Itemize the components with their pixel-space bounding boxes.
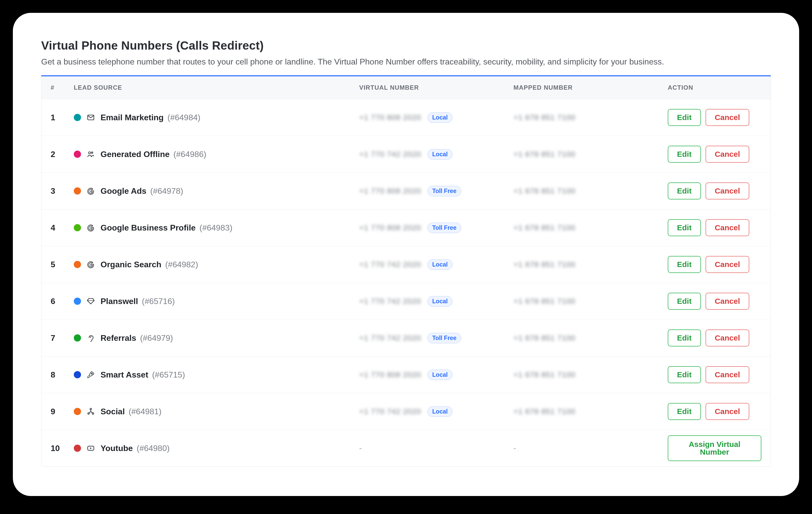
lead-source-label: Planswell (#65716) (100, 297, 175, 306)
virtual-number-value: +1 770 742 2020 (359, 334, 421, 342)
edit-button[interactable]: Edit (668, 256, 701, 273)
col-header-action: ACTION (668, 84, 761, 91)
cell-actions: EditCancel (668, 293, 761, 310)
cell-virtual-number: +1 770 808 2020Local (359, 112, 514, 123)
cell-index: 10 (51, 444, 74, 453)
number-type-pill: Local (427, 149, 453, 160)
edit-button[interactable]: Edit (668, 182, 701, 200)
share-icon (87, 407, 95, 416)
cell-lead-source: Referrals (#64979) (74, 333, 359, 343)
cancel-button[interactable]: Cancel (705, 146, 749, 163)
numbers-table: # LEAD SOURCE VIRTUAL NUMBER MAPPED NUMB… (41, 75, 771, 467)
page-title: Virtual Phone Numbers (Calls Redirect) (41, 38, 771, 53)
cell-index: 7 (51, 333, 74, 343)
cell-virtual-number: - (359, 444, 514, 453)
cell-mapped-number: +1 678 851 7100 (514, 113, 668, 122)
virtual-number-empty: - (359, 444, 362, 453)
cell-actions: EditCancel (668, 330, 761, 346)
lead-source-label: Organic Search (#64982) (100, 260, 198, 269)
lead-color-dot (74, 334, 81, 341)
cell-lead-source: Generated Offline (#64986) (74, 150, 359, 159)
cell-virtual-number: +1 770 742 2020Toll Free (359, 333, 514, 343)
mapped-number-empty: - (514, 444, 516, 453)
table-row: 10Youtube (#64980)--Assign Virtual Numbe… (41, 430, 771, 466)
cancel-button[interactable]: Cancel (705, 330, 749, 346)
cell-mapped-number: +1 678 851 7100 (514, 370, 668, 379)
edit-button[interactable]: Edit (668, 403, 701, 420)
number-type-pill: Toll Free (427, 222, 461, 233)
cell-virtual-number: +1 770 742 2020Local (359, 149, 514, 160)
google-icon (87, 187, 95, 195)
lead-source-label: Social (#64981) (100, 407, 162, 416)
cell-lead-source: Planswell (#65716) (74, 297, 359, 306)
cell-index: 1 (51, 113, 74, 122)
lead-source-label: Email Marketing (#64984) (100, 113, 200, 122)
cell-actions: EditCancel (668, 403, 761, 420)
mapped-number-value: +1 678 851 7100 (514, 260, 575, 269)
mapped-number-value: +1 678 851 7100 (514, 407, 575, 416)
cell-actions: EditCancel (668, 109, 761, 126)
cancel-button[interactable]: Cancel (705, 182, 749, 200)
lead-color-dot (74, 151, 81, 158)
cell-index: 9 (51, 407, 74, 416)
virtual-number-value: +1 770 742 2020 (359, 407, 421, 416)
cell-lead-source: Organic Search (#64982) (74, 260, 359, 269)
cancel-button[interactable]: Cancel (705, 366, 749, 383)
cell-actions: EditCancel (668, 256, 761, 273)
cell-lead-source: Youtube (#64980) (74, 444, 359, 453)
diamond-icon (87, 297, 95, 305)
number-type-pill: Local (427, 296, 453, 307)
lead-color-dot (74, 224, 81, 231)
cancel-button[interactable]: Cancel (705, 293, 749, 310)
lead-color-dot (74, 445, 81, 452)
lead-color-dot (74, 408, 81, 415)
edit-button[interactable]: Edit (668, 330, 701, 346)
edit-button[interactable]: Edit (668, 109, 701, 126)
cell-virtual-number: +1 770 808 2020Local (359, 369, 514, 380)
table-row: 3Google Ads (#64978)+1 770 808 2020Toll … (41, 173, 771, 209)
cell-mapped-number: +1 678 851 7100 (514, 150, 668, 158)
number-type-pill: Local (427, 369, 453, 380)
cell-lead-source: Smart Asset (#65715) (74, 370, 359, 380)
table-row: 5Organic Search (#64982)+1 770 742 2020L… (41, 246, 771, 283)
youtube-icon (87, 444, 95, 452)
virtual-number-value: +1 770 742 2020 (359, 150, 421, 158)
cancel-button[interactable]: Cancel (705, 256, 749, 273)
lead-color-dot (74, 261, 81, 268)
number-type-pill: Local (427, 259, 453, 270)
col-header-index: # (51, 84, 74, 91)
number-type-pill: Local (427, 406, 453, 417)
virtual-number-value: +1 770 808 2020 (359, 187, 421, 195)
number-type-pill: Toll Free (427, 186, 461, 196)
edit-button[interactable]: Edit (668, 146, 701, 163)
assign-virtual-number-button[interactable]: Assign Virtual Number (668, 435, 761, 461)
cell-lead-source: Email Marketing (#64984) (74, 113, 359, 122)
table-row: 9Social (#64981)+1 770 742 2020Local+1 6… (41, 393, 771, 430)
edit-button[interactable]: Edit (668, 293, 701, 310)
cell-actions: EditCancel (668, 146, 761, 163)
edit-button[interactable]: Edit (668, 219, 701, 236)
cell-mapped-number: +1 678 851 7100 (514, 334, 668, 342)
table-row: 1Email Marketing (#64984)+1 770 808 2020… (41, 99, 771, 136)
lead-color-dot (74, 187, 81, 194)
cell-actions: Assign Virtual Number (668, 435, 761, 461)
virtual-number-value: +1 770 742 2020 (359, 297, 421, 306)
users-icon (87, 150, 95, 158)
virtual-number-value: +1 770 742 2020 (359, 260, 421, 269)
cancel-button[interactable]: Cancel (705, 219, 749, 236)
cell-virtual-number: +1 770 742 2020Local (359, 296, 514, 307)
cell-lead-source: Google Business Profile (#64983) (74, 223, 359, 233)
mapped-number-value: +1 678 851 7100 (514, 370, 575, 379)
page-subtitle: Get a business telephone number that rou… (41, 57, 771, 66)
lead-color-dot (74, 298, 81, 305)
cancel-button[interactable]: Cancel (705, 109, 749, 126)
virtual-number-value: +1 770 808 2020 (359, 370, 421, 379)
col-header-mapped-number: MAPPED NUMBER (514, 84, 668, 91)
number-type-pill: Toll Free (427, 333, 461, 343)
virtual-number-value: +1 770 808 2020 (359, 113, 421, 122)
cell-mapped-number: +1 678 851 7100 (514, 260, 668, 269)
cancel-button[interactable]: Cancel (705, 403, 749, 420)
edit-button[interactable]: Edit (668, 366, 701, 383)
mapped-number-value: +1 678 851 7100 (514, 113, 575, 122)
lead-source-label: Smart Asset (#65715) (100, 370, 185, 380)
